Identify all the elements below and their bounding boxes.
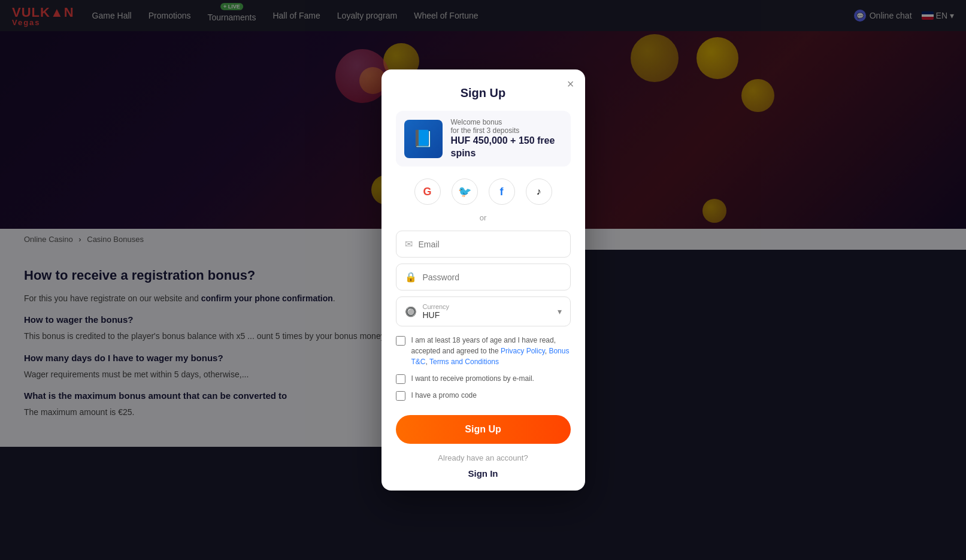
password-field-group: 🔒: [396, 264, 571, 290]
signup-modal: × Sign Up 📘 Welcome bonusfor the first 3…: [381, 69, 585, 447]
google-login-button[interactable]: G: [414, 178, 441, 205]
currency-dropdown-arrow[interactable]: ▾: [558, 307, 562, 316]
bonus-text: Welcome bonusfor the first 3 deposits HU…: [451, 118, 562, 160]
currency-icon: 🔘: [405, 306, 417, 317]
modal-overlay[interactable]: × Sign Up 📘 Welcome bonusfor the first 3…: [0, 0, 966, 447]
email-field-group: ✉: [396, 231, 571, 258]
email-icon: ✉: [405, 238, 413, 250]
currency-left: Currency HUF: [423, 303, 558, 320]
promo-checkbox[interactable]: [396, 374, 405, 384]
terms-link[interactable]: Terms and Conditions: [429, 358, 499, 366]
promo-code-checkbox[interactable]: [396, 391, 405, 401]
promo-checkbox-row: I want to receive promotions by e-mail.: [396, 373, 571, 384]
promo-label: I want to receive promotions by e-mail.: [411, 373, 534, 384]
privacy-policy-link[interactable]: Privacy Policy: [501, 347, 545, 355]
bonus-amount: HUF 450,000 + 150 free spins: [451, 135, 562, 160]
social-buttons-row: G 🐦 f ♪: [396, 178, 571, 205]
bonus-image: 📘: [404, 120, 443, 158]
terms-label: I am at least 18 years of age and I have…: [411, 335, 571, 367]
email-input[interactable]: [419, 240, 562, 249]
modal-title: Sign Up: [396, 86, 571, 100]
terms-checkbox[interactable]: [396, 336, 405, 346]
currency-selector-group[interactable]: 🔘 Currency HUF ▾: [396, 296, 571, 326]
promo-code-label: I have a promo code: [411, 390, 477, 401]
bonus-subtitle: Welcome bonusfor the first 3 deposits: [451, 118, 562, 135]
twitter-login-button[interactable]: 🐦: [452, 178, 478, 205]
currency-label: Currency: [423, 303, 558, 310]
lock-icon: 🔒: [405, 271, 417, 283]
tiktok-login-button[interactable]: ♪: [526, 178, 552, 205]
or-divider: or: [396, 213, 571, 222]
promo-code-checkbox-row: I have a promo code: [396, 390, 571, 401]
signup-button[interactable]: Sign Up: [396, 415, 571, 444]
terms-checkbox-row: I am at least 18 years of age and I have…: [396, 335, 571, 367]
bonus-card: 📘 Welcome bonusfor the first 3 deposits …: [396, 111, 571, 167]
currency-value: HUF: [423, 310, 558, 320]
password-input[interactable]: [423, 273, 562, 282]
facebook-login-button[interactable]: f: [489, 178, 515, 205]
close-button[interactable]: ×: [567, 78, 574, 90]
